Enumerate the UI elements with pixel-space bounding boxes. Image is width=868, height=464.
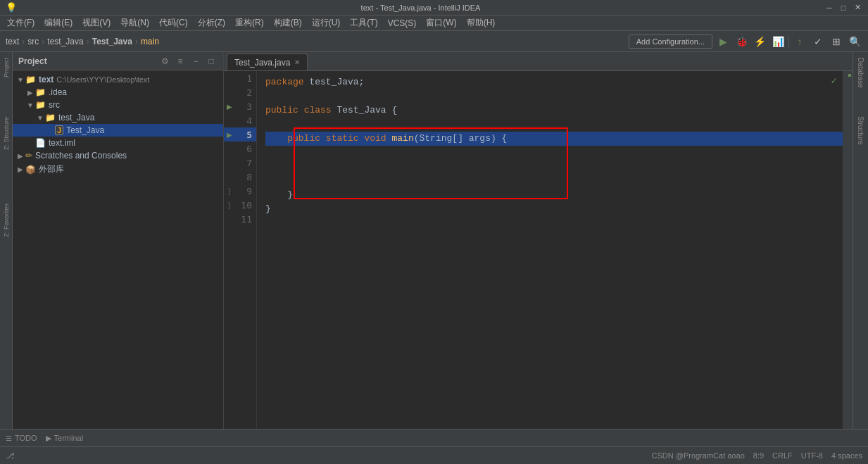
gutter-line-5: ▶ 5 — [224, 127, 256, 142]
cursor-position[interactable]: 8:9 — [753, 451, 764, 460]
structure-panel-tab[interactable]: Structure — [857, 113, 864, 148]
menu-vcs[interactable]: VCS(S) — [384, 17, 421, 30]
panel-expand-icon[interactable]: □ — [205, 55, 218, 68]
tree-item-test-java-pkg[interactable]: ▼ 📁 test_Java — [13, 111, 223, 124]
vcs-commit-button[interactable]: ✓ — [810, 34, 826, 49]
tab-terminal[interactable]: ▶ Terminal — [46, 434, 84, 443]
terminal-icon: ▶ — [46, 434, 51, 443]
tree-label-test-java-file: Test_Java — [66, 125, 104, 135]
breadcrumb-src: src — [27, 37, 39, 46]
menu-build[interactable]: 构建(B) — [270, 15, 306, 30]
tree-item-src[interactable]: ▼ 📁 src — [13, 99, 223, 111]
line-num-3: 3 — [235, 101, 256, 112]
profile-button[interactable]: 📊 — [770, 34, 786, 49]
tree-arrow-text[interactable]: ▼ — [15, 76, 25, 84]
tree-item-test-java-file[interactable]: J Test_Java — [13, 124, 223, 137]
code-line-8 — [265, 174, 843, 188]
menu-analyze[interactable]: 分析(Z) — [194, 15, 229, 30]
line-num-6: 6 — [235, 144, 256, 154]
toolbar-actions: Add Configuration... ▶ 🐞 ⚡ 📊 ↑ ✓ ⊞ 🔍 — [629, 34, 862, 49]
breadcrumb-test-java-class: Test_Java — [92, 37, 132, 46]
menu-file[interactable]: 文件(F) — [3, 15, 39, 30]
menu-edit[interactable]: 编辑(E) — [40, 15, 77, 30]
left-side-strip: Project Z: Structure Z: Favorites — [0, 52, 13, 429]
menu-view[interactable]: 视图(V) — [78, 15, 115, 30]
code-line-6 — [265, 146, 843, 160]
panel-layout-icon[interactable]: ≡ — [174, 55, 187, 68]
tree-arrow-external[interactable]: ▶ — [15, 165, 25, 173]
vcs-update-button[interactable]: ↑ — [792, 34, 807, 49]
panel-settings-icon[interactable]: ⚙ — [158, 55, 171, 68]
tree-item-external-libs[interactable]: ▶ 📦 外部库 — [13, 162, 223, 177]
git-icon[interactable]: ⎇ — [6, 451, 15, 460]
menu-tools[interactable]: 工具(T) — [346, 15, 382, 30]
code-content[interactable]: package test_Java; public class Test_Jav… — [257, 71, 843, 429]
minimize-button[interactable]: ─ — [824, 3, 834, 13]
code-line-9: } — [265, 188, 843, 202]
tree-item-scratches[interactable]: ▶ ✏ Scratches and Consoles — [13, 149, 223, 162]
debug-button[interactable]: 🐞 — [734, 34, 749, 49]
add-configuration-button[interactable]: Add Configuration... — [629, 35, 712, 49]
tree-label-idea: .idea — [49, 87, 67, 97]
todo-icon: ☰ — [6, 434, 12, 442]
tab-label-test-java: Test_Java.java — [234, 58, 290, 68]
tree-item-idea[interactable]: ▶ 📁 .idea — [13, 86, 223, 99]
run-button[interactable]: ▶ — [715, 34, 731, 49]
gutter-arrow-9: } — [224, 187, 235, 195]
gutter-line-1: 1 — [224, 71, 256, 85]
menu-help[interactable]: 帮助(H) — [463, 15, 500, 30]
gutter-arrow-3[interactable]: ▶ — [224, 103, 235, 111]
tree-arrow-src[interactable]: ▼ — [25, 101, 35, 109]
database-panel-tab[interactable]: Database — [857, 55, 864, 91]
close-button[interactable]: ✕ — [853, 3, 862, 13]
tree-item-text-root[interactable]: ▼ 📁 text C:\Users\YYY\Desktop\text — [13, 73, 223, 86]
code-editor[interactable]: 1 2 ▶ 3 4 ▶ 5 — [224, 71, 853, 429]
iml-icon: 📄 — [35, 138, 46, 148]
z-favorites-strip-label[interactable]: Z: Favorites — [3, 203, 10, 237]
tab-test-java[interactable]: Test_Java.java ✕ — [227, 54, 308, 70]
menu-window[interactable]: 窗口(W) — [422, 15, 460, 30]
scroll-indicator-mark — [848, 74, 851, 77]
panel-header: Project ⚙ ≡ − □ — [13, 52, 223, 70]
menu-refactor[interactable]: 重构(R) — [231, 15, 268, 30]
menu-code[interactable]: 代码(C) — [155, 15, 192, 30]
right-scrollbar-indicator[interactable] — [843, 71, 853, 429]
tree-label-text: text — [39, 75, 54, 84]
charset[interactable]: UTF-8 — [801, 451, 823, 460]
line-numbers-gutter: 1 2 ▶ 3 4 ▶ 5 — [224, 71, 257, 429]
code-line-4 — [265, 118, 843, 132]
gutter-line-3: ▶ 3 — [224, 99, 256, 113]
line-num-5: 5 — [235, 130, 256, 140]
tree-arrow-idea[interactable]: ▶ — [25, 89, 35, 96]
code-line-10: } — [265, 202, 843, 216]
tree-arrow-scratches[interactable]: ▶ — [15, 152, 25, 160]
z-structure-strip-label[interactable]: Z: Structure — [3, 117, 10, 150]
external-libs-icon: 📦 — [25, 165, 36, 175]
search-everywhere-button[interactable]: 🔍 — [847, 34, 862, 49]
tree-arrow-test-java-pkg[interactable]: ▼ — [35, 114, 45, 122]
gutter-arrow-5[interactable]: ▶ — [224, 131, 235, 139]
tab-close-test-java[interactable]: ✕ — [294, 58, 300, 66]
breadcrumb-main: main — [141, 37, 159, 46]
titlebar-controls: ─ □ ✕ — [824, 3, 862, 13]
menu-navigate[interactable]: 导航(N) — [116, 15, 153, 30]
project-strip-label[interactable]: Project — [3, 58, 10, 77]
menu-run[interactable]: 运行(U) — [308, 15, 345, 30]
gutter-close-10: } — [224, 201, 235, 209]
tree-item-text-iml[interactable]: 📄 text.iml — [13, 137, 223, 149]
gutter-line-6: 6 — [224, 142, 256, 156]
tab-todo[interactable]: ☰ TODO — [6, 434, 37, 442]
run-with-coverage-button[interactable]: ⚡ — [752, 34, 767, 49]
project-panel: Project ⚙ ≡ − □ ▼ 📁 text C:\Users\YYY\De… — [13, 52, 224, 429]
tree-label-external-libs: 外部库 — [39, 163, 64, 175]
indent-info[interactable]: 4 spaces — [831, 451, 862, 460]
tab-bar: Test_Java.java ✕ — [224, 52, 853, 71]
line-num-9: 9 — [235, 186, 256, 196]
panel-minimize-icon[interactable]: − — [189, 55, 202, 68]
terminal-button[interactable]: ⊞ — [829, 34, 844, 49]
breadcrumb-text: text — [6, 37, 19, 46]
code-line-5: public static void main (String[] args) … — [265, 132, 843, 146]
maximize-button[interactable]: □ — [838, 3, 848, 13]
line-endings[interactable]: CRLF — [772, 451, 793, 460]
panel-icons: ⚙ ≡ − □ — [158, 55, 218, 68]
